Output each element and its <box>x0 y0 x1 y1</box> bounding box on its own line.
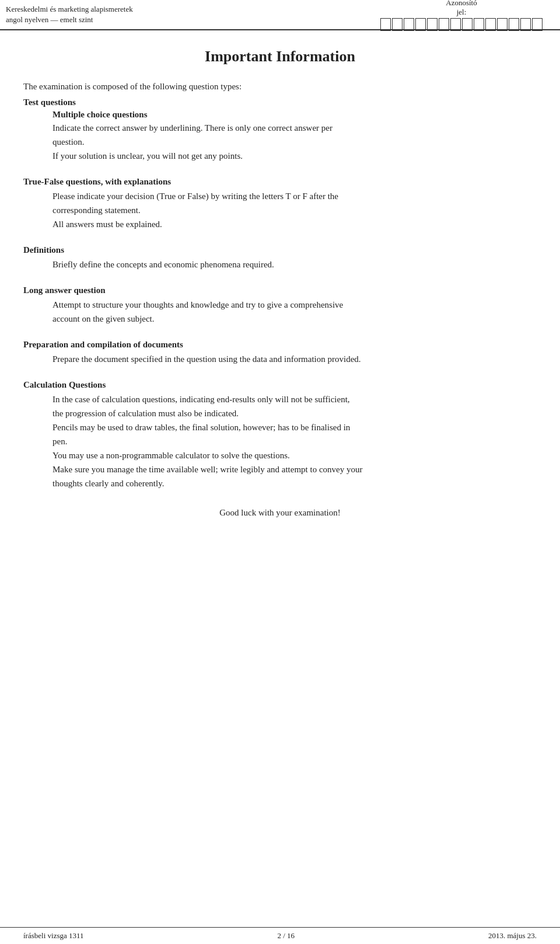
section-calculation: Calculation Questions In the case of cal… <box>23 380 537 490</box>
prep-line1: Prepare the document specified in the qu… <box>52 354 361 364</box>
mc-line2: question. <box>52 137 85 147</box>
header-title: Kereskedelmi és marketing alapismeretek … <box>6 4 369 25</box>
id-box <box>427 18 438 31</box>
id-box <box>532 18 542 31</box>
section-true-false: True-False questions, with explanations … <box>23 177 537 231</box>
id-box <box>415 18 426 31</box>
intro-text: The examination is composed of the follo… <box>23 82 537 92</box>
section-header-calc: Calculation Questions <box>23 380 537 390</box>
calc-line5: You may use a non-programmable calculato… <box>52 451 290 460</box>
long-line1: Attempt to structure your thoughts and k… <box>52 300 343 309</box>
calc-line2: the progression of calculation must also… <box>52 409 239 418</box>
prep-body: Prepare the document specified in the qu… <box>23 352 537 366</box>
id-box <box>520 18 531 31</box>
page-header: Kereskedelmi és marketing alapismeretek … <box>0 0 560 30</box>
mc-line1: Indicate the correct answer by underlini… <box>52 123 332 133</box>
id-box <box>485 18 496 31</box>
id-box <box>497 18 508 31</box>
section-header-tf: True-False questions, with explanations <box>23 177 537 187</box>
id-box-container <box>380 18 542 31</box>
def-line1: Briefly define the concepts and economic… <box>52 260 274 269</box>
id-box <box>380 18 391 31</box>
long-line2: account on the given subject. <box>52 314 155 323</box>
mc-line3: If your solution is unclear, you will no… <box>52 151 243 161</box>
section-header-prep: Preparation and compilation of documents <box>23 340 537 350</box>
footer-right: 2013. május 23. <box>488 931 537 940</box>
definitions-body: Briefly define the concepts and economic… <box>23 257 537 271</box>
tf-line1: Please indicate your decision (True or F… <box>52 191 338 201</box>
tf-line2: corresponding statement. <box>52 205 141 215</box>
sub-header-multiple-choice: Multiple choice questions <box>23 110 537 120</box>
section-definitions: Definitions Briefly define the concepts … <box>23 245 537 271</box>
tf-body: Please indicate your decision (True or F… <box>23 189 537 231</box>
id-box <box>509 18 519 31</box>
section-long-answer: Long answer question Attempt to structur… <box>23 285 537 326</box>
page-footer: írásbeli vizsga 1311 2 / 16 2013. május … <box>0 927 560 944</box>
id-box <box>450 18 461 31</box>
id-box <box>462 18 473 31</box>
main-content: Important Information The examination is… <box>0 30 560 565</box>
section-header-long: Long answer question <box>23 285 537 295</box>
calc-line6: Make sure you manage the time available … <box>52 465 363 474</box>
page-title: Important Information <box>23 48 537 65</box>
id-box <box>404 18 414 31</box>
calc-line4: pen. <box>52 437 67 446</box>
calc-line1: In the case of calculation questions, in… <box>52 395 350 404</box>
closing-text: Good luck with your examination! <box>23 508 537 518</box>
footer-center: 2 / 16 <box>277 931 295 940</box>
section-header-definitions: Definitions <box>23 245 537 255</box>
footer-left: írásbeli vizsga 1311 <box>23 931 84 940</box>
multiple-choice-body: Indicate the correct answer by underlini… <box>23 121 537 163</box>
calc-body: In the case of calculation questions, in… <box>23 392 537 490</box>
long-answer-body: Attempt to structure your thoughts and k… <box>23 298 537 326</box>
id-box <box>439 18 449 31</box>
section-test-questions: Test questions Multiple choice questions… <box>23 97 537 163</box>
tf-line3: All answers must be explained. <box>52 220 162 229</box>
id-box <box>474 18 484 31</box>
section-header-test: Test questions <box>23 97 537 107</box>
calc-line3: Pencils may be used to draw tables, the … <box>52 423 350 432</box>
header-id-section: Azonosító jel: <box>380 0 542 31</box>
id-box <box>392 18 402 31</box>
calc-line7: thoughts clearly and coherently. <box>52 479 164 488</box>
section-preparation: Preparation and compilation of documents… <box>23 340 537 366</box>
